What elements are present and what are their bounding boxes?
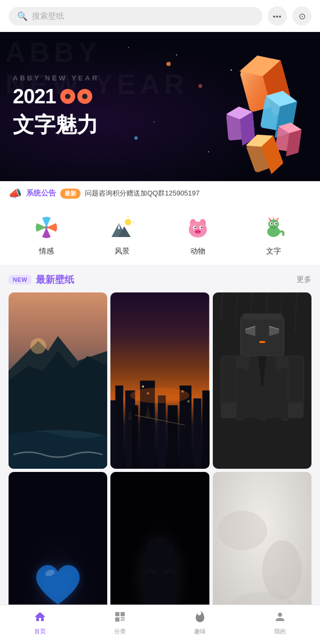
- svg-rect-106: [115, 612, 119, 616]
- eye-right: [77, 89, 92, 104]
- wallpaper-coastal-svg: [9, 292, 107, 469]
- wallpaper-2[interactable]: [110, 292, 209, 469]
- svg-rect-89: [288, 356, 304, 405]
- home-icon: [34, 610, 46, 625]
- text-icon: [262, 216, 285, 242]
- categories: 情感 风景: [0, 205, 320, 265]
- notice-label: 系统公告: [26, 189, 56, 198]
- notice-bar[interactable]: 📣 系统公告 最新 问题咨询积分赠送加QQ群125905197: [0, 181, 320, 205]
- svg-point-99: [145, 537, 175, 573]
- pig-icon: [186, 216, 210, 239]
- nav-category[interactable]: 分类: [104, 610, 136, 635]
- category-scenery-label: 风景: [115, 247, 130, 256]
- search-icon: 🔍: [17, 11, 28, 21]
- search-placeholder: 搜索壁纸: [32, 11, 64, 21]
- section-title: 最新壁纸: [36, 273, 74, 286]
- svg-rect-88: [220, 356, 236, 405]
- category-animal[interactable]: 动物: [186, 216, 210, 256]
- header: 🔍 搜索壁纸 ••• ⊙: [0, 0, 320, 32]
- svg-rect-78: [242, 313, 282, 319]
- animal-icon: [186, 216, 210, 242]
- scenery-icon: [110, 216, 134, 242]
- search-bar[interactable]: 🔍 搜索壁纸: [9, 7, 262, 26]
- svg-point-46: [275, 223, 277, 225]
- more-button[interactable]: •••: [268, 6, 287, 26]
- mountain-icon: [110, 216, 134, 239]
- banner-subtitle: ABBY NEW YEAR: [13, 74, 99, 82]
- svg-point-34: [201, 227, 203, 229]
- nav-interest-label: 趣味: [194, 627, 206, 635]
- svg-rect-110: [121, 619, 125, 621]
- wallpaper-3[interactable]: [213, 292, 311, 469]
- flame-svg: [194, 610, 206, 623]
- svg-rect-59: [168, 405, 178, 469]
- svg-rect-62: [203, 390, 210, 469]
- svg-rect-77: [241, 316, 284, 356]
- svg-point-37: [198, 231, 200, 233]
- svg-rect-56: [132, 405, 138, 469]
- svg-rect-83: [259, 341, 265, 343]
- emotion-icon: [35, 216, 58, 242]
- banner-3d-cubes: [195, 48, 312, 165]
- banner-eyes: [60, 89, 92, 104]
- pinwheel-icon: [35, 216, 58, 239]
- wallpaper-grid: [0, 292, 320, 644]
- section-header: NEW 最新壁纸 更多: [0, 265, 320, 292]
- bottom-nav: 首页 分类 趣味 我的: [0, 605, 320, 644]
- category-emotion[interactable]: 情感: [35, 216, 58, 256]
- notice-text: 问题咨询积分赠送加QQ群125905197: [85, 189, 311, 198]
- nav-category-label: 分类: [114, 627, 126, 635]
- notice-icon: 📣: [9, 187, 22, 200]
- more-link[interactable]: 更多: [297, 275, 311, 284]
- more-icon: •••: [273, 12, 282, 20]
- wallpaper-1[interactable]: [9, 292, 107, 469]
- home-svg: [34, 610, 46, 623]
- svg-point-104: [262, 540, 301, 599]
- notice-badge: 最新: [60, 189, 81, 199]
- svg-point-16: [45, 226, 48, 229]
- category-text[interactable]: 文字: [262, 216, 285, 256]
- new-badge: NEW: [9, 275, 31, 284]
- svg-point-36: [196, 231, 197, 233]
- category-text-label: 文字: [266, 247, 281, 256]
- mine-icon: [274, 610, 286, 625]
- svg-rect-54: [116, 386, 124, 469]
- person-svg: [274, 610, 286, 623]
- svg-rect-58: [158, 395, 166, 469]
- svg-point-33: [195, 227, 196, 229]
- svg-point-35: [195, 230, 201, 234]
- svg-rect-92: [242, 418, 259, 462]
- section-title-group: NEW 最新壁纸: [9, 273, 74, 286]
- svg-rect-108: [115, 617, 119, 622]
- svg-rect-64: [142, 386, 145, 388]
- eye-left: [60, 89, 75, 104]
- nav-home[interactable]: 首页: [24, 610, 56, 635]
- svg-rect-91: [288, 402, 304, 418]
- svg-rect-109: [121, 617, 125, 618]
- wallpaper-robot-svg: [213, 292, 311, 469]
- category-animal-label: 动物: [190, 247, 205, 256]
- banner-text: ABBY NEW YEAR 2021 文字魅力: [0, 63, 112, 150]
- header-icons: ••• ⊙: [268, 6, 311, 26]
- banner: ABBYNEW YEAR ABBY NEW YEAR 2021 文字魅力: [0, 32, 320, 181]
- cubes-svg: [195, 48, 312, 181]
- svg-point-68: [130, 387, 189, 403]
- category-scenery[interactable]: 风景: [110, 216, 134, 256]
- svg-rect-107: [121, 612, 125, 616]
- banner-main-title: 文字魅力: [13, 110, 99, 140]
- interest-icon: [194, 610, 206, 625]
- category-svg: [114, 610, 126, 623]
- svg-point-45: [271, 223, 273, 225]
- dragon-icon: [262, 216, 285, 239]
- wallpaper-sunset-svg: [110, 292, 209, 469]
- category-icon: [114, 610, 126, 625]
- svg-marker-41: [273, 216, 275, 220]
- nav-home-label: 首页: [34, 627, 46, 635]
- banner-year-row: 2021: [13, 85, 99, 108]
- scan-button[interactable]: ⊙: [292, 6, 311, 26]
- banner-year: 2021: [13, 85, 56, 108]
- nav-interest[interactable]: 趣味: [184, 610, 216, 635]
- svg-point-17: [125, 219, 131, 225]
- svg-rect-90: [220, 402, 236, 418]
- nav-mine[interactable]: 我的: [264, 610, 296, 635]
